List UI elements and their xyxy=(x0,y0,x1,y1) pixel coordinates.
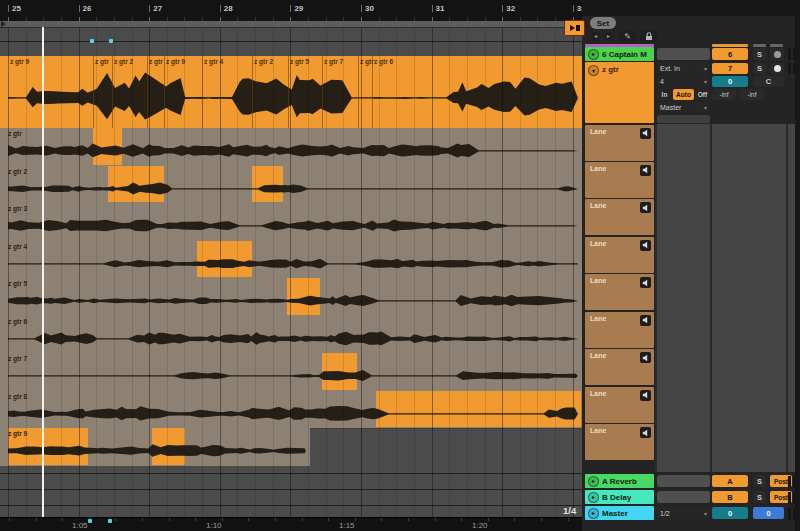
lock-envelopes-button[interactable] xyxy=(640,31,657,42)
comp-highlight[interactable] xyxy=(376,391,581,428)
return-track-rows[interactable] xyxy=(0,466,582,517)
collapsed-track-solo[interactable] xyxy=(753,44,766,47)
clip-label[interactable]: z gtr 2 xyxy=(254,58,273,65)
take-lane-row[interactable]: z gtr 8 xyxy=(0,391,582,430)
lane-audition-button[interactable] xyxy=(640,352,651,363)
clip-label[interactable]: z gtr xyxy=(95,58,109,65)
fold-icon[interactable]: ▸ xyxy=(588,492,599,503)
input-type-chooser[interactable]: Ext. In▾ xyxy=(657,63,710,74)
lane-header[interactable]: Lane xyxy=(585,237,654,273)
comp-highlight[interactable] xyxy=(322,353,357,390)
master-output-chooser[interactable]: 1/2▾ xyxy=(657,507,710,519)
playhead[interactable] xyxy=(42,27,44,517)
lane-audition-button[interactable] xyxy=(640,202,651,213)
lane-header[interactable]: Lane xyxy=(585,199,654,235)
take-lane-row[interactable]: z gtr 4 xyxy=(0,241,582,280)
comp-highlight[interactable] xyxy=(287,278,320,315)
lane-audition-button[interactable] xyxy=(640,165,651,176)
draw-mode-button[interactable]: ✎ xyxy=(619,31,636,42)
take-lane-row[interactable]: z gtr 3 xyxy=(0,203,582,242)
track-header-captain-m[interactable]: ▸ 6 Captain M xyxy=(585,47,654,61)
return-b-activator[interactable]: B xyxy=(712,491,748,503)
return-b-header[interactable]: ▸ B Delay xyxy=(585,490,654,504)
take-lane-row[interactable]: z gtr 7 xyxy=(0,353,582,392)
clip-label[interactable]: z gtr 6 xyxy=(374,58,393,65)
collapsed-track-arm[interactable] xyxy=(770,44,783,47)
zgtr-pan-field[interactable]: C xyxy=(753,76,784,87)
return-b-solo[interactable]: S xyxy=(753,491,766,503)
comp-highlight[interactable] xyxy=(93,128,122,165)
clip-label[interactable]: z gtr 4 xyxy=(204,58,223,65)
collapsed-track-rows[interactable] xyxy=(0,28,582,56)
master-volume-field[interactable]: 0 xyxy=(712,507,748,519)
fold-icon[interactable]: ▸ xyxy=(588,476,599,487)
track-header-z-gtr[interactable]: ▾ z gtr xyxy=(585,62,654,123)
fold-icon[interactable]: ▸ xyxy=(588,508,599,519)
master-header[interactable]: ▸ Master xyxy=(585,506,654,520)
captain-solo-button[interactable]: S xyxy=(753,48,766,60)
clip-label[interactable]: z gtr 5 xyxy=(290,58,309,65)
monitor-auto-button[interactable]: Auto xyxy=(673,89,694,100)
monitor-off-button[interactable]: Off xyxy=(695,89,710,100)
zgtr-volume-field[interactable]: 0 xyxy=(712,76,748,87)
lane-header[interactable]: Lane xyxy=(585,387,654,423)
lane-audition-button[interactable] xyxy=(640,315,651,326)
comp-highlight[interactable] xyxy=(108,166,164,203)
zgtr-arm-button[interactable] xyxy=(770,63,784,74)
return-a-io[interactable] xyxy=(657,475,710,487)
captain-io-chooser[interactable] xyxy=(657,48,710,60)
return-a-header[interactable]: ▸ A Reverb xyxy=(585,474,654,488)
lane-header[interactable]: Lane xyxy=(585,162,654,198)
comp-highlight[interactable] xyxy=(252,166,283,203)
prev-locator-button[interactable]: ◂ xyxy=(591,32,600,41)
collapsed-track-activator[interactable] xyxy=(712,44,748,47)
lane-header[interactable]: Lane xyxy=(585,424,654,460)
set-locator-button[interactable]: Set xyxy=(590,17,616,29)
output-channel-chooser[interactable] xyxy=(657,115,710,123)
lane-header[interactable]: Lane xyxy=(585,349,654,385)
comp-track-row[interactable]: z gtr 9z gtrz gtr 2z gtrz gtr 9z gtr 4z … xyxy=(0,56,582,129)
send-b-field[interactable]: -inf xyxy=(740,89,764,100)
monitor-in-button[interactable]: In xyxy=(657,89,672,100)
lane-audition-button[interactable] xyxy=(640,427,651,438)
input-channel-chooser[interactable]: 4▾ xyxy=(657,76,710,87)
lane-header[interactable]: Lane xyxy=(585,312,654,348)
clip-label[interactable]: z gtr 7 xyxy=(324,58,343,65)
cue-marker-icon[interactable] xyxy=(90,39,94,43)
lane-audition-button[interactable] xyxy=(640,128,651,139)
take-lane-row[interactable]: z gtr 9 xyxy=(0,428,310,467)
take-lane-row[interactable]: z gtr 6 xyxy=(0,316,582,355)
panel-scrollbar[interactable] xyxy=(795,0,800,531)
lane-audition-button[interactable] xyxy=(640,277,651,288)
send-a-field[interactable]: -inf xyxy=(712,89,736,100)
take-lane-row[interactable]: z gtr 5 xyxy=(0,278,582,317)
scrub-area[interactable] xyxy=(0,21,582,28)
zgtr-activator-button[interactable]: 7 xyxy=(712,63,748,74)
clip-label[interactable]: z gtr 2 xyxy=(114,58,133,65)
cue-marker-icon[interactable] xyxy=(88,519,92,523)
loop-punch-button[interactable] xyxy=(564,20,585,36)
clip-label[interactable]: z gtr 9 xyxy=(10,58,29,65)
beat-time-ruler[interactable]: 252627282930313233 xyxy=(0,0,582,21)
comp-highlight[interactable] xyxy=(152,428,185,465)
return-a-solo[interactable]: S xyxy=(753,475,766,487)
return-b-io[interactable] xyxy=(657,491,710,503)
lane-audition-button[interactable] xyxy=(640,390,651,401)
captain-arm-button[interactable] xyxy=(770,48,784,60)
clip-label[interactable]: z gtr xyxy=(149,58,163,65)
fold-icon[interactable]: ▾ xyxy=(588,65,599,76)
cue-marker-icon[interactable] xyxy=(108,519,112,523)
master-pan-field[interactable]: 0 xyxy=(753,507,784,519)
cue-marker-icon[interactable] xyxy=(109,39,113,43)
zgtr-solo-button[interactable]: S xyxy=(753,63,766,74)
comp-highlight[interactable] xyxy=(197,241,252,278)
return-a-activator[interactable]: A xyxy=(712,475,748,487)
output-chooser[interactable]: Master▾ xyxy=(657,102,710,113)
clip-label[interactable]: z gtr 9 xyxy=(166,58,185,65)
fold-icon[interactable]: ▸ xyxy=(588,49,599,60)
next-locator-button[interactable]: ▸ xyxy=(604,32,613,41)
take-lane-row[interactable]: z gtr 2 xyxy=(0,166,582,205)
lane-header[interactable]: Lane xyxy=(585,274,654,310)
take-lane-row[interactable]: z gtr xyxy=(0,128,582,167)
lane-audition-button[interactable] xyxy=(640,240,651,251)
